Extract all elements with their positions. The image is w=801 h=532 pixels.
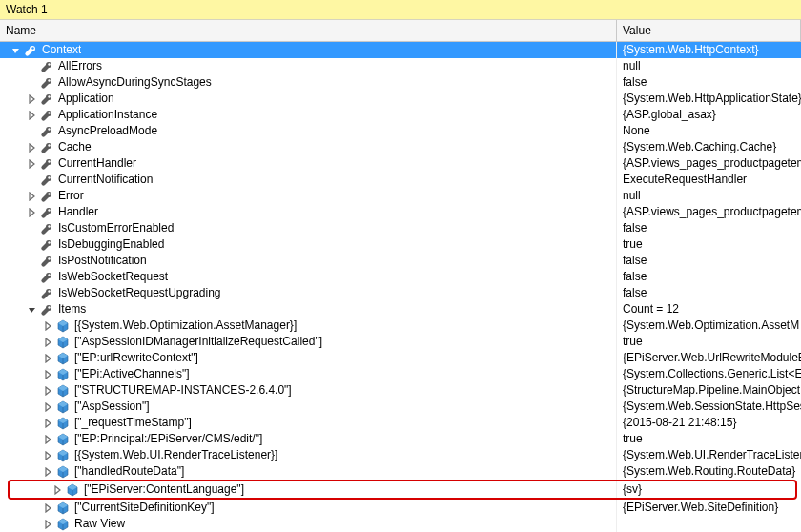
watch-row[interactable]: CurrentHandler{ASP.views_pages_productpa… — [0, 155, 801, 172]
watch-row[interactable]: Raw View — [0, 516, 801, 532]
row-value-cell[interactable]: false — [617, 269, 801, 285]
row-name-cell[interactable]: Cache — [0, 139, 617, 155]
expand-arrow-icon[interactable] — [42, 352, 55, 365]
expand-arrow-icon[interactable] — [42, 384, 55, 398]
row-name-cell[interactable]: [{System.Web.Optimization.AssetManager}] — [0, 317, 617, 334]
watch-row[interactable]: IsWebSocketRequestUpgradingfalse — [0, 285, 801, 301]
row-name-cell[interactable]: CurrentNotification — [0, 172, 617, 188]
row-value-cell[interactable]: {EPiServer.Web.SiteDefinition} — [617, 500, 801, 516]
row-name-cell[interactable]: ["AspSession"] — [0, 399, 617, 415]
expand-arrow-icon[interactable] — [26, 141, 39, 154]
row-name-cell[interactable]: Raw View — [0, 516, 617, 532]
column-header-value[interactable]: Value — [617, 20, 801, 41]
row-name-cell[interactable]: AllowAsyncDuringSyncStages — [0, 74, 617, 91]
watch-row[interactable]: Context{System.Web.HttpContext} — [0, 42, 801, 58]
row-value-cell[interactable]: {System.Web.Caching.Cache} — [617, 139, 801, 155]
watch-row[interactable]: IsDebuggingEnabledtrue — [0, 236, 801, 253]
expand-arrow-icon[interactable] — [26, 109, 39, 122]
row-name-cell[interactable]: ["EP:urlRewriteContext"] — [0, 350, 617, 366]
watch-row[interactable]: ["EPiServer:ContentLanguage"]{sv} — [10, 481, 795, 498]
row-name-cell[interactable]: IsPostNotification — [0, 253, 617, 269]
row-value-cell[interactable]: {System.Web.HttpApplicationState} — [617, 91, 801, 107]
row-name-cell[interactable]: ["EPi:ActiveChannels"] — [0, 366, 617, 382]
row-value-cell[interactable]: ExecuteRequestHandler — [617, 172, 801, 188]
row-value-cell[interactable]: {System.Web.Optimization.AssetM — [617, 317, 801, 334]
row-name-cell[interactable]: ApplicationInstance — [0, 107, 617, 123]
row-name-cell[interactable]: IsDebuggingEnabled — [0, 236, 617, 253]
row-value-cell[interactable]: None — [617, 123, 801, 139]
watch-row[interactable]: ["STRUCTUREMAP-INSTANCES-2.6.4.0"]{Struc… — [0, 382, 801, 399]
expand-arrow-icon[interactable] — [26, 157, 39, 171]
collapse-arrow-icon[interactable] — [10, 44, 23, 57]
row-value-cell[interactable]: true — [617, 334, 801, 350]
expand-arrow-icon[interactable] — [42, 501, 55, 515]
watch-row[interactable]: ["CurrentSiteDefinitionKey"]{EPiServer.W… — [0, 500, 801, 516]
row-name-cell[interactable]: ["handledRouteData"] — [0, 463, 617, 480]
watch-row[interactable]: ItemsCount = 12 — [0, 301, 801, 317]
watch-row[interactable]: ["handledRouteData"]{System.Web.Routing.… — [0, 463, 801, 480]
expand-arrow-icon[interactable] — [42, 368, 55, 381]
watch-row[interactable]: Handler{ASP.views_pages_productpagetem — [0, 204, 801, 220]
row-value-cell[interactable]: false — [617, 285, 801, 301]
watch-row[interactable]: ["_requestTimeStamp"]{2015-08-21 21:48:1… — [0, 415, 801, 431]
row-name-cell[interactable]: AllErrors — [0, 58, 617, 74]
row-name-cell[interactable]: CurrentHandler — [0, 155, 617, 172]
row-name-cell[interactable]: ["_requestTimeStamp"] — [0, 415, 617, 431]
watch-row[interactable]: ApplicationInstance{ASP.global_asax} — [0, 107, 801, 123]
row-value-cell[interactable]: {System.Web.Routing.RouteData} — [617, 463, 801, 480]
row-name-cell[interactable]: Context — [0, 42, 617, 58]
row-value-cell[interactable]: {sv} — [617, 481, 795, 498]
expand-arrow-icon[interactable] — [51, 483, 65, 497]
watch-row[interactable]: Cache{System.Web.Caching.Cache} — [0, 139, 801, 155]
row-name-cell[interactable]: AsyncPreloadMode — [0, 123, 617, 139]
row-value-cell[interactable]: {ASP.views_pages_productpagetem — [617, 204, 801, 220]
row-name-cell[interactable]: IsCustomErrorEnabled — [0, 220, 617, 236]
watch-row[interactable]: AllowAsyncDuringSyncStagesfalse — [0, 74, 801, 91]
row-name-cell[interactable]: Application — [0, 91, 617, 107]
row-value-cell[interactable]: {System.Collections.Generic.List<EP — [617, 366, 801, 382]
expand-arrow-icon[interactable] — [42, 518, 55, 531]
row-name-cell[interactable]: [{System.Web.UI.RenderTraceListener}] — [0, 447, 617, 463]
watch-row[interactable]: ["AspSessionIDManagerInitializeRequestCa… — [0, 334, 801, 350]
row-value-cell[interactable]: {StructureMap.Pipeline.MainObject — [617, 382, 801, 399]
watch-row[interactable]: IsPostNotificationfalse — [0, 253, 801, 269]
row-name-cell[interactable]: IsWebSocketRequest — [0, 269, 617, 285]
row-name-cell[interactable]: Handler — [0, 204, 617, 220]
watch-row[interactable]: IsWebSocketRequestfalse — [0, 269, 801, 285]
row-value-cell[interactable]: true — [617, 236, 801, 253]
expand-arrow-icon[interactable] — [26, 92, 39, 106]
row-name-cell[interactable]: ["AspSessionIDManagerInitializeRequestCa… — [0, 334, 617, 350]
row-value-cell[interactable]: {System.Web.SessionState.HttpSess — [617, 399, 801, 415]
row-name-cell[interactable]: ["STRUCTUREMAP-INSTANCES-2.6.4.0"] — [0, 382, 617, 399]
expand-arrow-icon[interactable] — [26, 206, 39, 219]
row-value-cell[interactable]: {2015-08-21 21:48:15} — [617, 415, 801, 431]
watch-row[interactable]: ["AspSession"]{System.Web.SessionState.H… — [0, 399, 801, 415]
expand-arrow-icon[interactable] — [42, 449, 55, 462]
watch-row[interactable]: [{System.Web.Optimization.AssetManager}]… — [0, 317, 801, 334]
watch-row[interactable]: Application{System.Web.HttpApplicationSt… — [0, 91, 801, 107]
row-name-cell[interactable]: IsWebSocketRequestUpgrading — [0, 285, 617, 301]
row-value-cell[interactable]: Count = 12 — [617, 301, 801, 317]
row-value-cell[interactable]: false — [617, 220, 801, 236]
row-value-cell[interactable]: null — [617, 58, 801, 74]
row-value-cell[interactable]: false — [617, 253, 801, 269]
row-value-cell[interactable]: {ASP.global_asax} — [617, 107, 801, 123]
row-name-cell[interactable]: Items — [0, 301, 617, 317]
collapse-arrow-icon[interactable] — [26, 303, 39, 317]
row-value-cell[interactable]: null — [617, 188, 801, 204]
watch-row[interactable]: ["EPi:ActiveChannels"]{System.Collection… — [0, 366, 801, 382]
expand-arrow-icon[interactable] — [42, 319, 55, 333]
row-value-cell[interactable]: true — [617, 431, 801, 447]
expand-arrow-icon[interactable] — [26, 190, 39, 203]
column-header-name[interactable]: Name — [0, 20, 617, 41]
expand-arrow-icon[interactable] — [42, 417, 55, 430]
watch-row[interactable]: ["EP:Principal:/EPiServer/CMS/edit/"]tru… — [0, 431, 801, 447]
row-name-cell[interactable]: ["EPiServer:ContentLanguage"] — [10, 481, 617, 498]
watch-row[interactable]: IsCustomErrorEnabledfalse — [0, 220, 801, 236]
watch-row[interactable]: [{System.Web.UI.RenderTraceListener}]{Sy… — [0, 447, 801, 463]
row-value-cell[interactable]: {EPiServer.Web.UrlRewriteModuleB — [617, 350, 801, 366]
row-name-cell[interactable]: ["EP:Principal:/EPiServer/CMS/edit/"] — [0, 431, 617, 447]
watch-row[interactable]: AsyncPreloadModeNone — [0, 123, 801, 139]
row-value-cell[interactable]: {System.Web.UI.RenderTraceListene — [617, 447, 801, 463]
expand-arrow-icon[interactable] — [42, 400, 55, 414]
